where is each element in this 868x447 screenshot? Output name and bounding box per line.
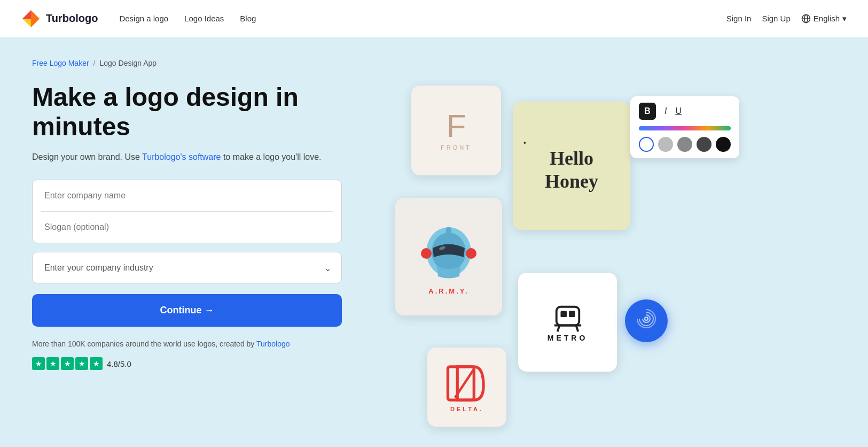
swatch-light-gray[interactable] xyxy=(658,137,673,152)
star-1: ★ xyxy=(32,357,45,370)
logo-link[interactable]: Turbologo xyxy=(21,9,98,28)
front-card-inner: F FRONT xyxy=(441,110,472,151)
logo-card-hello-honey: • Hello Honey xyxy=(513,102,630,230)
right-panel: F FRONT xyxy=(385,37,868,447)
left-panel: Free Logo Maker / Logo Design App Make a… xyxy=(0,37,385,447)
svg-marker-1 xyxy=(22,10,31,19)
svg-rect-16 xyxy=(560,311,567,317)
social-proof-text: More than 100K companies around the worl… xyxy=(32,338,342,350)
svg-rect-15 xyxy=(556,306,579,325)
logo-card-metro: METRO xyxy=(518,273,617,372)
swatch-white[interactable] xyxy=(639,137,654,152)
nav-logo-ideas[interactable]: Logo Ideas xyxy=(184,14,224,23)
hello-honey-dot: • xyxy=(523,138,526,147)
bold-button[interactable]: B xyxy=(639,103,656,120)
nav-blog[interactable]: Blog xyxy=(240,14,256,23)
language-label: English xyxy=(814,14,840,23)
header-right: Sign In Sign Up English ▾ xyxy=(726,14,847,24)
svg-point-9 xyxy=(421,248,432,259)
main-content: Free Logo Maker / Logo Design App Make a… xyxy=(0,37,868,447)
toolbar-format-row: B I U xyxy=(639,103,731,120)
star-5: ★ xyxy=(90,357,103,370)
breadcrumb-link[interactable]: Free Logo Maker xyxy=(32,59,89,67)
language-selector[interactable]: English ▾ xyxy=(801,14,847,24)
turbologo-icon xyxy=(21,9,41,28)
army-robot-icon xyxy=(417,219,481,283)
metro-subway-icon xyxy=(552,303,583,334)
toolbar-card: B I U xyxy=(630,96,739,158)
logo-card-army: A.R.M.Y. xyxy=(395,198,502,315)
industry-select-wrapper: Enter your company industry Technology F… xyxy=(32,252,342,283)
front-letter: F xyxy=(447,110,466,142)
fingerprint-icon xyxy=(635,307,658,335)
color-gradient-slider[interactable] xyxy=(639,126,731,130)
svg-rect-17 xyxy=(568,311,575,317)
delta-label: DELTA. xyxy=(450,406,483,412)
sign-up-button[interactable]: Sign Up xyxy=(762,14,790,23)
industry-select[interactable]: Enter your company industry Technology F… xyxy=(32,252,342,283)
star-3: ★ xyxy=(61,357,74,370)
svg-rect-11 xyxy=(446,227,451,237)
breadcrumb-separator: / xyxy=(93,59,96,67)
front-label: FRONT xyxy=(441,144,472,151)
rating-score: 4.8/5.0 xyxy=(107,359,131,368)
italic-button[interactable]: I xyxy=(664,106,667,116)
svg-marker-3 xyxy=(31,19,40,27)
color-swatches-row xyxy=(639,137,731,152)
main-nav: Design a logo Logo Ideas Blog xyxy=(119,14,726,23)
logo-label: Turbologo xyxy=(46,12,98,25)
globe-icon xyxy=(801,14,811,24)
svg-marker-2 xyxy=(22,19,31,27)
svg-point-10 xyxy=(466,248,476,259)
swatch-black[interactable] xyxy=(716,137,731,152)
logo-card-delta: DELTA. xyxy=(427,348,506,427)
breadcrumb: Free Logo Maker / Logo Design App xyxy=(32,59,353,67)
company-form-group xyxy=(32,180,342,243)
page-heading: Make a logo design in minutes xyxy=(32,82,353,141)
subtitle-link[interactable]: Turbologo's software xyxy=(142,152,221,161)
rating-area: ★ ★ ★ ★ ★ 4.8/5.0 xyxy=(32,357,353,370)
metro-label: METRO xyxy=(548,334,588,342)
slogan-input[interactable] xyxy=(33,212,341,243)
company-name-input[interactable] xyxy=(33,180,341,211)
svg-point-21 xyxy=(645,317,648,320)
army-label: A.R.M.Y. xyxy=(428,287,468,295)
star-4: ★ xyxy=(75,357,88,370)
swatch-gray[interactable] xyxy=(677,137,692,152)
underline-button[interactable]: U xyxy=(675,106,682,116)
chevron-down-icon: ▾ xyxy=(842,14,847,24)
logo-card-front: F FRONT xyxy=(411,86,501,175)
continue-button[interactable]: Continue → xyxy=(32,294,342,327)
social-proof-link[interactable]: Turbologo xyxy=(256,340,290,348)
fingerprint-circle xyxy=(625,299,668,342)
page-subtitle: Design your own brand. Use Turbologo's s… xyxy=(32,151,342,164)
nav-design-logo[interactable]: Design a logo xyxy=(119,14,168,23)
breadcrumb-current: Logo Design App xyxy=(100,59,157,67)
star-2: ★ xyxy=(46,357,59,370)
swatch-dark-gray[interactable] xyxy=(697,137,711,152)
svg-marker-0 xyxy=(31,10,40,19)
hello-honey-text: Hello Honey xyxy=(545,147,598,193)
star-rating: ★ ★ ★ ★ ★ xyxy=(32,357,103,370)
sign-in-button[interactable]: Sign In xyxy=(726,14,752,23)
svg-rect-13 xyxy=(448,367,474,400)
